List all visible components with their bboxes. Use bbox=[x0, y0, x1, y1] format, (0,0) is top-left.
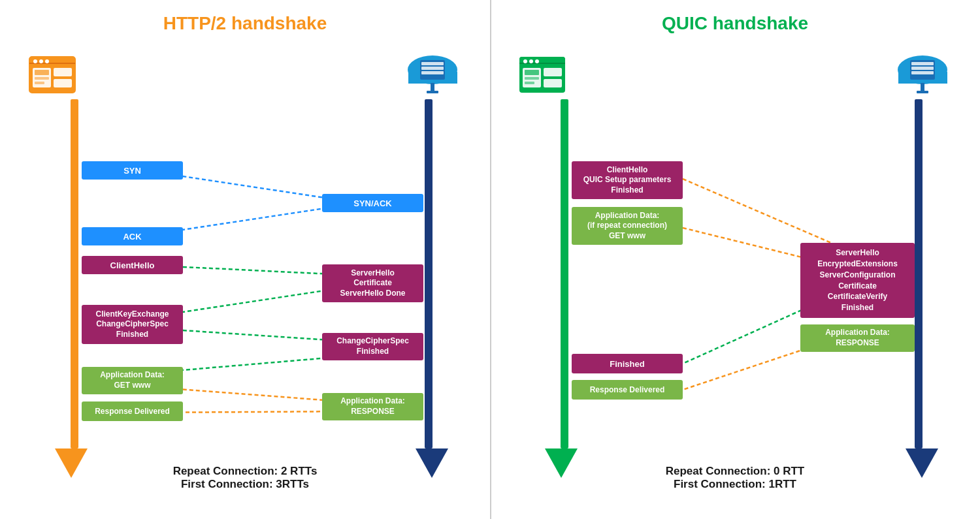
quic-title: QUIC handshake bbox=[503, 13, 967, 34]
http2-server-icon bbox=[402, 47, 464, 96]
svg-rect-18 bbox=[421, 67, 444, 70]
svg-rect-7 bbox=[54, 68, 72, 76]
quic-bottom-labels: Repeat Connection: 0 RTT First Connectio… bbox=[503, 465, 967, 491]
svg-line-60 bbox=[683, 179, 849, 251]
svg-rect-46 bbox=[544, 79, 562, 87]
svg-rect-19 bbox=[421, 71, 444, 74]
http2-ack-box: ACK bbox=[82, 227, 183, 245]
quic-label2: First Connection: 1RTT bbox=[503, 478, 967, 491]
main-container: HTTP/2 handshake bbox=[0, 0, 980, 519]
svg-point-42 bbox=[529, 59, 533, 63]
quic-client-line bbox=[561, 99, 568, 448]
http2-label1: Repeat Connection: 2 RTTs bbox=[13, 465, 477, 478]
http2-syn-box: SYN bbox=[82, 161, 183, 180]
svg-rect-17 bbox=[421, 62, 444, 65]
http2-response-delivered-box: Response Delivered bbox=[82, 401, 183, 421]
http2-changecipherspec-box: ChangeCipherSpecFinished bbox=[322, 333, 423, 360]
quic-label1: Repeat Connection: 0 RTT bbox=[503, 465, 967, 478]
http2-flow: SYN ACK ClientHello ClientKeyExchangeCha… bbox=[13, 99, 477, 491]
svg-rect-45 bbox=[544, 68, 562, 76]
http2-label2: First Connection: 3RTTs bbox=[13, 478, 477, 491]
quic-appdata-get-box: Application Data:(if repeat connection)G… bbox=[572, 207, 683, 245]
http2-clientkeyexchange-box: ClientKeyExchangeChangeCipherSpecFinishe… bbox=[82, 305, 183, 344]
http2-appdata-get-box: Application Data:GET www bbox=[82, 367, 183, 394]
quic-server-icon bbox=[892, 47, 954, 96]
http2-clienthello-box: ClientHello bbox=[82, 256, 183, 274]
svg-rect-8 bbox=[54, 79, 72, 87]
http2-appdata-response-box: Application Data:RESPONSE bbox=[322, 393, 423, 420]
http2-bottom-labels: Repeat Connection: 2 RTTs First Connecti… bbox=[13, 465, 477, 491]
section-divider bbox=[490, 0, 491, 519]
quic-response-delivered-box: Response Delivered bbox=[572, 380, 683, 400]
svg-rect-21 bbox=[427, 91, 438, 93]
svg-rect-10 bbox=[35, 77, 49, 80]
svg-rect-59 bbox=[917, 91, 928, 93]
quic-server-line bbox=[915, 99, 923, 448]
quic-flow: ClientHelloQUIC Setup parametersFinished… bbox=[503, 99, 967, 491]
http2-title: HTTP/2 handshake bbox=[13, 13, 477, 34]
http2-section: HTTP/2 handshake bbox=[0, 0, 490, 519]
http2-client-icon bbox=[26, 54, 78, 96]
svg-rect-48 bbox=[525, 77, 539, 80]
svg-rect-47 bbox=[525, 70, 539, 75]
quic-serverhello-box: ServerHelloEncryptedExtensionsServerConf… bbox=[800, 243, 915, 318]
svg-rect-55 bbox=[911, 62, 934, 65]
http2-synack-box: SYN/ACK bbox=[322, 194, 423, 212]
svg-rect-56 bbox=[911, 67, 934, 70]
quic-clienthello-box: ClientHelloQUIC Setup parametersFinished bbox=[572, 161, 683, 199]
quic-finished-box: Finished bbox=[572, 354, 683, 373]
svg-rect-58 bbox=[921, 83, 924, 91]
quic-client-icon bbox=[516, 54, 568, 96]
svg-point-4 bbox=[39, 59, 43, 63]
http2-server-line bbox=[425, 99, 433, 448]
svg-rect-57 bbox=[911, 71, 934, 74]
svg-rect-20 bbox=[431, 83, 434, 91]
svg-point-43 bbox=[535, 59, 539, 63]
quic-appdata-response-box: Application Data:RESPONSE bbox=[800, 324, 915, 352]
svg-rect-11 bbox=[35, 82, 44, 84]
http2-client-line bbox=[71, 99, 78, 448]
quic-section: QUIC handshake bbox=[490, 0, 980, 519]
svg-point-41 bbox=[523, 59, 527, 63]
svg-point-5 bbox=[45, 59, 49, 63]
svg-point-3 bbox=[33, 59, 37, 63]
svg-rect-49 bbox=[525, 82, 534, 84]
svg-rect-9 bbox=[35, 70, 49, 75]
http2-serverhello-box: ServerHelloCertificateServerHello Done bbox=[322, 264, 423, 302]
